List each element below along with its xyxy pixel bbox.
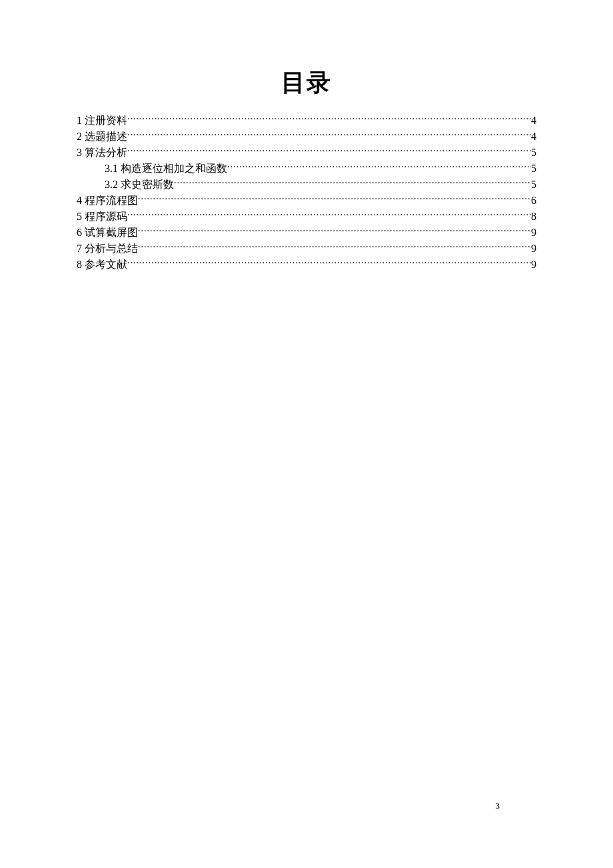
toc-entry-label: 5 程序源码 (77, 209, 127, 225)
toc-entry-page: 4 (531, 113, 536, 129)
toc-entry-label: 2 选题描述 (77, 129, 127, 145)
toc-entry-label: 3 算法分析 (77, 145, 127, 161)
toc-entry: 8 参考文献9 (77, 257, 536, 273)
toc-leader-dots (127, 145, 531, 156)
toc-entry-page: 5 (531, 161, 536, 177)
page-number: 3 (496, 801, 500, 811)
toc-entry: 6 试算截屏图9 (77, 225, 536, 241)
toc-entry-page: 9 (531, 225, 536, 241)
toc-entry-page: 5 (531, 145, 536, 161)
toc-entry-page: 6 (531, 193, 536, 209)
toc-entry-page: 5 (531, 177, 536, 193)
toc-entry: 3 算法分析5 (77, 145, 536, 161)
toc-entry: 4 程序流程图6 (77, 193, 536, 209)
toc-list: 1 注册资料42 选题描述43 算法分析53.1 构造逐位相加之和函数53.2 … (77, 113, 536, 273)
toc-entry-label: 1 注册资料 (77, 113, 127, 129)
toc-leader-dots (127, 209, 531, 220)
toc-leader-dots (174, 177, 531, 188)
toc-entry-label: 3.1 构造逐位相加之和函数 (105, 161, 227, 177)
toc-leader-dots (227, 161, 531, 172)
toc-entry-page: 4 (531, 129, 536, 145)
toc-leader-dots (138, 193, 531, 204)
toc-title: 目录 (77, 67, 536, 99)
toc-entry-label: 4 程序流程图 (77, 193, 138, 209)
toc-leader-dots (127, 113, 531, 124)
toc-entry-label: 7 分析与总结 (77, 241, 138, 257)
toc-leader-dots (138, 225, 531, 236)
toc-leader-dots (127, 257, 531, 268)
toc-entry-label: 6 试算截屏图 (77, 225, 138, 241)
toc-entry: 7 分析与总结9 (77, 241, 536, 257)
toc-entry-label: 8 参考文献 (77, 257, 127, 273)
toc-entry: 1 注册资料4 (77, 113, 536, 129)
toc-entry-page: 8 (531, 209, 536, 225)
toc-entry: 2 选题描述4 (77, 129, 536, 145)
toc-leader-dots (127, 129, 531, 140)
toc-entry: 3.2 求史密斯数5 (77, 177, 536, 193)
toc-entry: 5 程序源码8 (77, 209, 536, 225)
toc-entry: 3.1 构造逐位相加之和函数5 (77, 161, 536, 177)
document-page: 目录 1 注册资料42 选题描述43 算法分析53.1 构造逐位相加之和函数53… (0, 0, 613, 273)
toc-entry-page: 9 (531, 241, 536, 257)
toc-entry-label: 3.2 求史密斯数 (105, 177, 174, 193)
toc-entry-page: 9 (531, 257, 536, 273)
toc-leader-dots (138, 241, 531, 252)
